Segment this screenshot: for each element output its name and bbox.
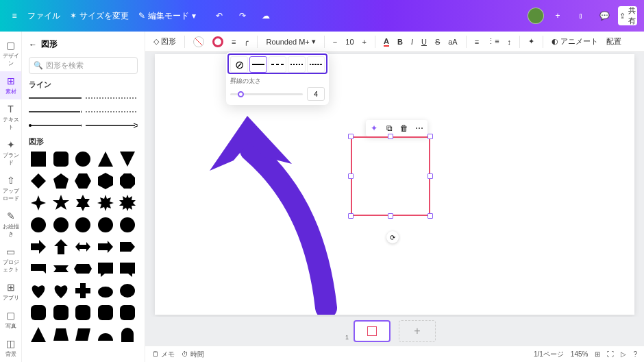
font-size-inc[interactable]: +: [360, 34, 369, 49]
border-weight-slider[interactable]: [230, 93, 303, 95]
shape-seal3[interactable]: [73, 215, 92, 234]
shape-triangle[interactable]: [96, 149, 115, 169]
fill-color[interactable]: [190, 34, 207, 49]
help-icon[interactable]: ?: [633, 350, 637, 358]
analytics-icon[interactable]: ⫾: [571, 6, 591, 25]
page-indicator[interactable]: 1/1ページ: [534, 350, 564, 359]
list-button[interactable]: ⋮≡: [484, 34, 501, 49]
search-input[interactable]: 🔍 図形を検索: [29, 57, 138, 74]
rail-elements[interactable]: ⊞素材: [0, 71, 21, 99]
shape-arch[interactable]: [118, 325, 137, 344]
font-select[interactable]: Rounded M+ ▾: [263, 34, 318, 49]
rail-apps[interactable]: ⊞アプリ: [0, 278, 21, 306]
line-style[interactable]: [29, 93, 138, 104]
selected-shape[interactable]: [351, 136, 430, 216]
strike-button[interactable]: S: [432, 34, 443, 49]
present-icon[interactable]: ▷: [621, 350, 626, 358]
text-color[interactable]: A: [381, 34, 392, 49]
shape-speech[interactable]: [96, 259, 115, 278]
shape-seal4[interactable]: [96, 215, 115, 234]
shape-seal2[interactable]: [51, 215, 71, 234]
shape-banner[interactable]: [29, 259, 48, 278]
resize-handle[interactable]: [388, 134, 393, 139]
line-style[interactable]: [29, 106, 138, 117]
border-solid[interactable]: [249, 56, 267, 73]
resize-handle[interactable]: [348, 173, 354, 179]
grid-view-icon[interactable]: ⊞: [595, 350, 600, 358]
corner-radius[interactable]: ╭: [241, 34, 251, 49]
duplicate-icon[interactable]: ⧉: [383, 122, 395, 134]
shape-rs5[interactable]: [118, 303, 137, 322]
hamburger-menu[interactable]: ≡: [7, 8, 22, 23]
shape-arrow-block[interactable]: [96, 237, 115, 256]
rail-draw[interactable]: ✎お絵描き: [0, 206, 21, 242]
fullscreen-icon[interactable]: ⛶: [607, 350, 614, 358]
back-button[interactable]: ←: [29, 40, 37, 49]
resize-handle[interactable]: [428, 173, 433, 179]
file-menu[interactable]: ファイル: [27, 10, 60, 22]
shape-ribbon[interactable]: [51, 259, 71, 278]
zoom-label[interactable]: 145%: [571, 350, 589, 358]
resize-handle[interactable]: [388, 213, 393, 219]
shape-cloud[interactable]: [96, 281, 115, 300]
rail-design[interactable]: ▢デザイン: [0, 36, 21, 71]
shape-speech2[interactable]: [118, 259, 137, 278]
timer-button[interactable]: ⏱時間: [182, 350, 204, 359]
shape-ribbon2[interactable]: [73, 259, 92, 278]
shape-diamond[interactable]: [29, 171, 48, 191]
bold-button[interactable]: B: [395, 34, 406, 49]
shape-star5[interactable]: [51, 193, 71, 213]
shape-star6[interactable]: [73, 193, 92, 213]
animate-button[interactable]: ◐ アニメート: [549, 34, 601, 49]
shape-trap[interactable]: [51, 325, 71, 344]
add-page-button[interactable]: +: [399, 320, 436, 342]
resize-handle[interactable]: [348, 134, 354, 139]
comment-icon[interactable]: 💬: [595, 6, 614, 25]
shape-star8[interactable]: [96, 193, 115, 213]
rail-text[interactable]: Tテキスト: [0, 99, 21, 135]
border-dashed-short[interactable]: [288, 56, 306, 73]
cloud-sync-icon[interactable]: ☁: [256, 6, 275, 25]
shape-burst[interactable]: [118, 193, 137, 213]
shape-arrow-tag[interactable]: [118, 237, 137, 256]
shape-hexagon[interactable]: [73, 171, 92, 191]
resize-handle[interactable]: [348, 213, 354, 219]
resize-handle[interactable]: [428, 213, 433, 219]
shape-octagon[interactable]: [118, 171, 137, 191]
rotate-handle[interactable]: ⟳: [386, 231, 399, 243]
shape-semi[interactable]: [96, 325, 115, 344]
shape-circle[interactable]: [73, 149, 92, 169]
shape-rs1[interactable]: [29, 303, 48, 322]
shape-tool-button[interactable]: ◇ 図形: [151, 34, 179, 49]
add-member-button[interactable]: +: [548, 6, 567, 25]
shape-rounded-square[interactable]: [51, 149, 71, 169]
shape-pentagon[interactable]: [51, 171, 71, 191]
redo-button[interactable]: ↷: [233, 6, 252, 25]
share-button[interactable]: ⇪共有: [618, 6, 637, 25]
position-button[interactable]: 配置: [604, 34, 624, 49]
shape-triangle-down[interactable]: [118, 149, 137, 169]
shape-seal5[interactable]: [118, 215, 137, 234]
more-icon[interactable]: ⋯: [413, 122, 425, 134]
page-thumbnail[interactable]: 1: [354, 320, 391, 342]
line-style[interactable]: [29, 120, 138, 131]
rail-brand[interactable]: ✦ブランド: [0, 135, 21, 171]
canvas[interactable]: ✦ ⧉ 🗑 ⋯ ⟳: [145, 52, 644, 317]
delete-icon[interactable]: 🗑: [398, 122, 410, 134]
shape-rs3[interactable]: [73, 303, 92, 322]
notes-button[interactable]: 🗒メモ: [152, 350, 175, 359]
shape-arrow-double[interactable]: [73, 237, 92, 256]
spacing-button[interactable]: ↕: [505, 34, 515, 49]
font-size[interactable]: 10: [343, 34, 356, 49]
undo-button[interactable]: ↶: [210, 6, 229, 25]
rail-projects[interactable]: ▭プロジェクト: [0, 242, 21, 278]
align-button[interactable]: ≡: [472, 34, 482, 49]
shape-heart2[interactable]: [51, 281, 71, 300]
rail-upload[interactable]: ⇧アップロード: [0, 171, 21, 206]
italic-button[interactable]: I: [408, 34, 416, 49]
rail-background[interactable]: ◫背景: [0, 334, 21, 362]
shape-blob[interactable]: [118, 281, 137, 300]
shape-rs4[interactable]: [96, 303, 115, 322]
shape-star4[interactable]: [29, 193, 48, 213]
shape-seal[interactable]: [29, 215, 48, 234]
